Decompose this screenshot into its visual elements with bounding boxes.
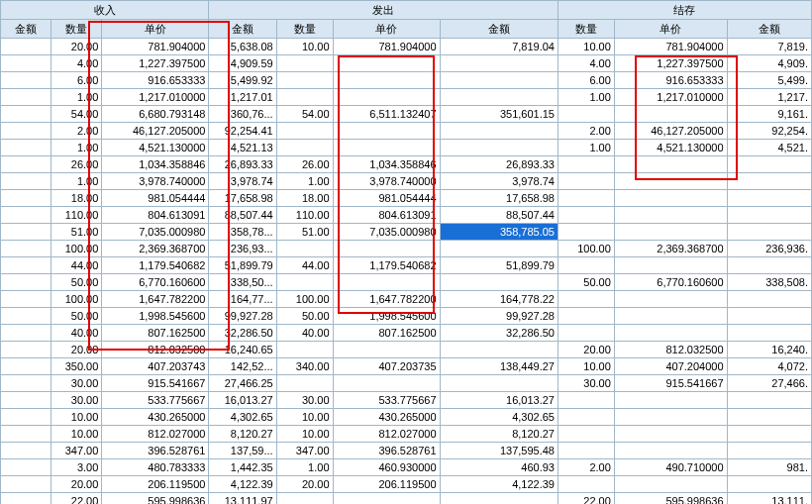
cell[interactable]: 981. xyxy=(727,459,811,476)
cell[interactable] xyxy=(276,493,333,505)
cell[interactable]: 2.00 xyxy=(558,123,614,140)
cell[interactable]: 51.00 xyxy=(51,224,102,241)
cell[interactable]: 110.00 xyxy=(51,207,102,224)
cell[interactable]: 22.00 xyxy=(51,493,102,505)
cell[interactable]: 1,227.397500 xyxy=(102,55,209,72)
cell[interactable] xyxy=(558,291,614,308)
cell[interactable]: 20.00 xyxy=(51,39,102,55)
cell[interactable]: 407.203735 xyxy=(333,358,440,375)
table-row[interactable]: 30.00915.54166727,466.2530.00915.5416672… xyxy=(1,375,812,392)
cell[interactable] xyxy=(614,291,727,308)
cell[interactable] xyxy=(727,392,811,409)
cell[interactable] xyxy=(440,493,558,505)
cell[interactable]: 915.541667 xyxy=(102,375,209,392)
table-row[interactable]: 6.00916.6533335,499.926.00916.6533335,49… xyxy=(1,72,812,89)
cell[interactable] xyxy=(1,55,51,72)
cell[interactable] xyxy=(1,274,51,291)
cell[interactable]: 20.00 xyxy=(51,342,102,358)
cell[interactable] xyxy=(1,325,51,342)
cell[interactable] xyxy=(276,375,333,392)
cell[interactable]: 1,179.540682 xyxy=(102,257,209,274)
cell[interactable]: 781.904000 xyxy=(102,39,209,55)
cell[interactable]: 2.00 xyxy=(51,123,102,140)
cell[interactable]: 781.904000 xyxy=(614,39,727,55)
cell[interactable] xyxy=(1,493,51,505)
cell[interactable]: 360,76... xyxy=(209,106,276,123)
cell[interactable] xyxy=(558,207,614,224)
cell[interactable]: 10.00 xyxy=(51,409,102,426)
cell[interactable]: 1,227.397500 xyxy=(614,55,727,72)
cell[interactable]: 4,521.13 xyxy=(209,140,276,156)
cell[interactable] xyxy=(1,459,51,476)
cell[interactable]: 30.00 xyxy=(558,375,614,392)
cell[interactable] xyxy=(1,190,51,207)
table-row[interactable]: 3.00480.7833331,442.351.00460.930000460.… xyxy=(1,459,812,476)
cell[interactable]: 5,638.08 xyxy=(209,39,276,55)
table-row[interactable]: 20.00206.1195004,122.3920.00206.1195004,… xyxy=(1,476,812,493)
cell[interactable] xyxy=(440,72,558,89)
cell[interactable] xyxy=(1,476,51,493)
table-row[interactable]: 18.00981.05444417,658.9818.00981.0544441… xyxy=(1,190,812,207)
cell[interactable] xyxy=(1,291,51,308)
cell[interactable] xyxy=(1,409,51,426)
cell[interactable]: 981.054444 xyxy=(333,190,440,207)
cell[interactable] xyxy=(276,241,333,257)
cell[interactable] xyxy=(1,426,51,443)
cell[interactable] xyxy=(1,224,51,241)
cell[interactable]: 16,240. xyxy=(727,342,811,358)
table-row[interactable]: 2.0046,127.20500092,254.412.0046,127.205… xyxy=(1,123,812,140)
cell[interactable] xyxy=(558,224,614,241)
cell[interactable] xyxy=(440,123,558,140)
cell[interactable]: 6,511.132407 xyxy=(333,106,440,123)
cell[interactable] xyxy=(614,190,727,207)
cell[interactable]: 50.00 xyxy=(276,308,333,325)
table-row[interactable]: 347.00396.528761137,59...347.00396.52876… xyxy=(1,443,812,459)
cell[interactable] xyxy=(727,426,811,443)
cell[interactable]: 137,59... xyxy=(209,443,276,459)
cell[interactable]: 17,658.98 xyxy=(440,190,558,207)
cell[interactable] xyxy=(333,72,440,89)
cell[interactable] xyxy=(614,426,727,443)
cell[interactable]: 26,893.33 xyxy=(209,156,276,173)
cell[interactable]: 812.032500 xyxy=(614,342,727,358)
cell[interactable] xyxy=(727,476,811,493)
cell[interactable] xyxy=(1,106,51,123)
cell[interactable]: 4,302.65 xyxy=(440,409,558,426)
cell[interactable]: 26.00 xyxy=(51,156,102,173)
cell[interactable]: 430.265000 xyxy=(333,409,440,426)
cell[interactable] xyxy=(558,308,614,325)
cell[interactable]: 340.00 xyxy=(276,358,333,375)
cell[interactable]: 2.00 xyxy=(558,459,614,476)
cell[interactable]: 92,254. xyxy=(727,123,811,140)
cell[interactable]: 51.00 xyxy=(276,224,333,241)
cell[interactable] xyxy=(1,140,51,156)
cell[interactable] xyxy=(440,274,558,291)
cell[interactable]: 338,508. xyxy=(727,274,811,291)
cell[interactable] xyxy=(1,308,51,325)
cell[interactable] xyxy=(1,156,51,173)
cell[interactable]: 4,122.39 xyxy=(209,476,276,493)
cell[interactable] xyxy=(614,106,727,123)
cell[interactable] xyxy=(1,392,51,409)
cell[interactable]: 812.032500 xyxy=(102,342,209,358)
cell[interactable]: 46,127.205000 xyxy=(102,123,209,140)
cell[interactable] xyxy=(333,140,440,156)
cell[interactable]: 88,507.44 xyxy=(209,207,276,224)
cell[interactable]: 4.00 xyxy=(51,55,102,72)
table-row[interactable]: 44.001,179.54068251,899.7944.001,179.540… xyxy=(1,257,812,274)
cell[interactable]: 807.162500 xyxy=(102,325,209,342)
table-row[interactable]: 100.002,369.368700236,93...100.002,369.3… xyxy=(1,241,812,257)
cell[interactable] xyxy=(614,257,727,274)
cell[interactable]: 595.998636 xyxy=(614,493,727,505)
table-row[interactable]: 100.001,647.782200164,77...100.001,647.7… xyxy=(1,291,812,308)
cell[interactable] xyxy=(333,241,440,257)
cell[interactable]: 358,785.05 xyxy=(440,224,558,241)
cell[interactable] xyxy=(727,173,811,190)
cell[interactable] xyxy=(727,207,811,224)
cell[interactable]: 7,035.000980 xyxy=(102,224,209,241)
cell[interactable]: 13,111.97 xyxy=(209,493,276,505)
cell[interactable]: 807.162500 xyxy=(333,325,440,342)
cell[interactable] xyxy=(1,375,51,392)
cell[interactable] xyxy=(614,476,727,493)
cell[interactable]: 1,217.010000 xyxy=(102,89,209,106)
